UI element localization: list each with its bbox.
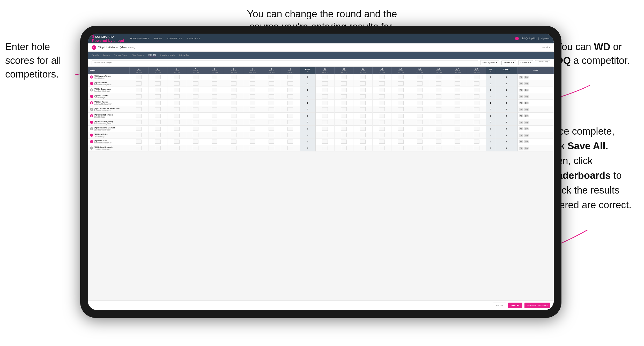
score-input-11[interactable] <box>341 88 347 92</box>
score-input-8[interactable] <box>269 81 274 86</box>
hole-12-score[interactable] <box>353 100 372 106</box>
score-input-7[interactable] <box>250 127 255 131</box>
hole-14-score[interactable] <box>391 80 410 87</box>
hole-13-score[interactable] <box>372 139 391 145</box>
hole-3-score[interactable] <box>167 119 186 126</box>
dq-button[interactable]: DQ <box>524 82 529 85</box>
score-input-1[interactable] <box>136 133 142 137</box>
score-input-9[interactable] <box>287 107 293 111</box>
score-input-2[interactable] <box>155 101 161 105</box>
score-input-12[interactable] <box>360 120 366 124</box>
hole-6-score[interactable] <box>224 132 243 139</box>
score-input-17[interactable] <box>455 120 460 124</box>
tab-results[interactable]: Results <box>149 53 156 57</box>
wd-button[interactable]: WD <box>519 114 524 117</box>
score-input-3[interactable] <box>174 107 180 111</box>
hole-8-score[interactable] <box>262 74 281 80</box>
score-input-8[interactable] <box>269 114 274 118</box>
score-input-6[interactable] <box>231 94 236 98</box>
hole-12-score[interactable] <box>353 74 372 80</box>
hole-6-score[interactable] <box>224 106 243 113</box>
hole-10-score[interactable] <box>315 139 334 145</box>
score-input-17[interactable] <box>455 94 460 98</box>
score-input-1[interactable] <box>136 94 142 98</box>
score-input-11[interactable] <box>341 107 347 111</box>
hole-11-score[interactable] <box>335 132 353 139</box>
hole-5-score[interactable] <box>205 87 224 93</box>
hole-14-score[interactable] <box>391 139 410 145</box>
hole-5-score[interactable] <box>205 145 224 151</box>
hole-17-score[interactable] <box>448 80 467 87</box>
score-input-13[interactable] <box>379 120 385 124</box>
hole-16-score[interactable] <box>429 113 448 119</box>
hole-14-score[interactable] <box>391 119 410 126</box>
wd-button[interactable]: WD <box>519 134 524 137</box>
hole-11-score[interactable] <box>335 119 353 126</box>
score-input-7[interactable] <box>250 75 255 79</box>
score-input-5[interactable] <box>212 88 217 92</box>
hole-16-score[interactable] <box>429 145 448 151</box>
score-input-11[interactable] <box>341 140 347 144</box>
score-input-4[interactable] <box>193 88 198 92</box>
hole-9-score[interactable] <box>281 80 300 87</box>
score-input-3[interactable] <box>174 146 180 150</box>
hole-11-score[interactable] <box>335 106 353 113</box>
score-input-2[interactable] <box>155 107 161 111</box>
score-input-17[interactable] <box>455 81 460 86</box>
hole-7-score[interactable] <box>243 100 262 106</box>
hole-18-score[interactable] <box>467 126 486 132</box>
hole-18-score[interactable] <box>467 106 486 113</box>
score-input-6[interactable] <box>231 114 236 118</box>
dq-button[interactable]: DQ <box>524 147 529 150</box>
hole-16-score[interactable] <box>429 93 448 100</box>
hole-13-score[interactable] <box>372 126 391 132</box>
score-input-17[interactable] <box>455 133 460 137</box>
score-input-1[interactable] <box>136 120 142 124</box>
score-input-5[interactable] <box>212 94 217 98</box>
score-input-1[interactable] <box>136 75 142 79</box>
score-input-3[interactable] <box>174 101 180 105</box>
hole-15-score[interactable] <box>410 100 429 106</box>
hole-17-score[interactable] <box>448 100 467 106</box>
score-input-13[interactable] <box>379 94 385 98</box>
score-input-1[interactable] <box>136 146 142 150</box>
score-input-11[interactable] <box>341 81 347 86</box>
course-selector[interactable]: Course A ▾ <box>518 60 533 65</box>
hole-2-score[interactable] <box>148 106 167 113</box>
score-input-8[interactable] <box>269 94 274 98</box>
score-input-3[interactable] <box>174 127 180 131</box>
score-input-2[interactable] <box>155 146 161 150</box>
hole-9-score[interactable] <box>281 132 300 139</box>
hole-12-score[interactable] <box>353 93 372 100</box>
score-input-8[interactable] <box>269 75 274 79</box>
score-input-7[interactable] <box>250 88 255 92</box>
hole-15-score[interactable] <box>410 145 429 151</box>
score-input-5[interactable] <box>212 146 217 150</box>
hole-13-score[interactable] <box>372 119 391 126</box>
score-input-2[interactable] <box>155 88 161 92</box>
hole-15-score[interactable] <box>410 126 429 132</box>
score-input-5[interactable] <box>212 120 217 124</box>
score-input-15[interactable] <box>417 75 423 79</box>
hole-17-score[interactable] <box>448 132 467 139</box>
score-input-9[interactable] <box>287 120 293 124</box>
sign-out-link[interactable]: Sign out <box>541 37 550 40</box>
hole-11-score[interactable] <box>335 74 353 80</box>
dq-button[interactable]: DQ <box>524 89 529 91</box>
hole-15-score[interactable] <box>410 106 429 113</box>
score-input-4[interactable] <box>193 127 198 131</box>
hole-11-score[interactable] <box>335 87 353 93</box>
hole-10-score[interactable] <box>315 93 334 100</box>
hole-3-score[interactable] <box>167 87 186 93</box>
hole-17-score[interactable] <box>448 93 467 100</box>
score-input-3[interactable] <box>174 133 180 137</box>
tab-course-setup[interactable]: Course Setup <box>114 54 128 57</box>
score-input-14[interactable] <box>398 94 404 98</box>
hole-5-score[interactable] <box>205 100 224 106</box>
score-input-8[interactable] <box>269 146 274 150</box>
hole-4-score[interactable] <box>186 74 205 80</box>
publish-button[interactable]: Publish Round Scores <box>524 303 550 308</box>
hole-10-score[interactable] <box>315 119 334 126</box>
hole-6-score[interactable] <box>224 87 243 93</box>
hole-17-score[interactable] <box>448 126 467 132</box>
